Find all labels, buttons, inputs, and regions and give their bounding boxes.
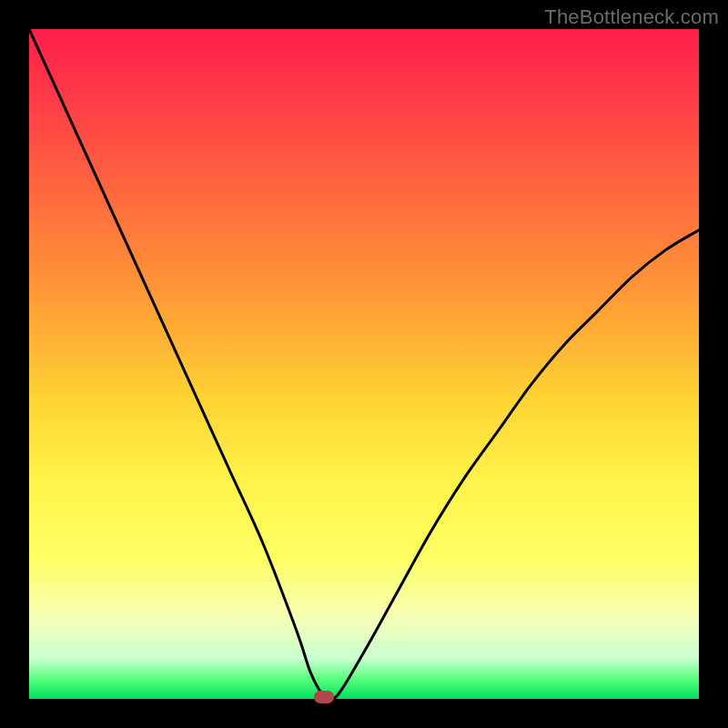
- watermark-text: TheBottleneck.com: [544, 5, 719, 29]
- chart-frame: TheBottleneck.com: [0, 0, 728, 728]
- curve-svg: [29, 29, 699, 699]
- bottleneck-curve-path: [29, 29, 699, 699]
- plot-area: [29, 29, 699, 699]
- curve-minimum-marker: [314, 691, 334, 703]
